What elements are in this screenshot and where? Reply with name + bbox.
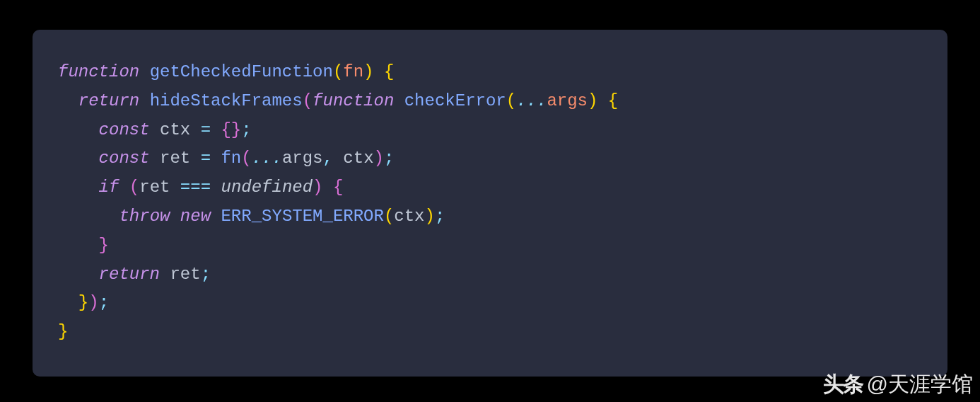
code-block: function getCheckedFunction(fn) { return… — [33, 30, 947, 377]
watermark-handle: @天涯学馆 — [867, 370, 973, 399]
watermark-logo: 头条 — [823, 370, 863, 399]
code-content: function getCheckedFunction(fn) { return… — [58, 58, 922, 347]
watermark: 头条 @天涯学馆 — [823, 370, 973, 399]
